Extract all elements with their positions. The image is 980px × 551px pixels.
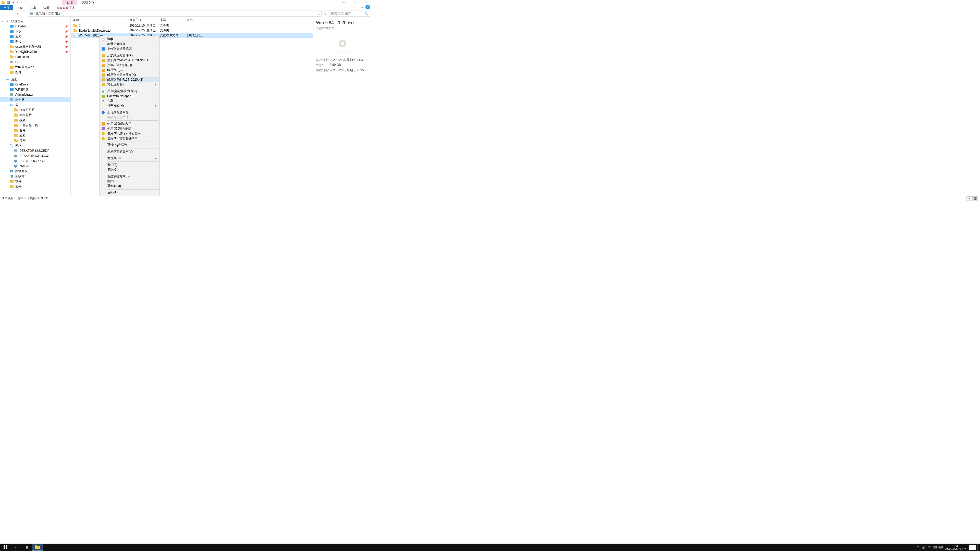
menu-item[interactable]: 复制(C) [100, 167, 159, 172]
menu-item[interactable]: 发送到(N)▶ [100, 156, 159, 161]
close-button[interactable]: ✕ [360, 0, 372, 5]
file-row[interactable]: 12020/12/15, 星期二 1...文件夹 [71, 23, 313, 28]
menu-item[interactable]: 创建快捷方式(S) [100, 174, 159, 179]
menu-item[interactable]: 解压到(F)... [100, 68, 159, 73]
refresh-icon[interactable]: ↻ [324, 12, 327, 16]
ribbon-view[interactable]: 查看 [40, 5, 53, 10]
file-row[interactable]: BaiduNetdiskDownload2020/12/25, 星期五 1...… [71, 28, 313, 33]
nav-icon [10, 169, 14, 173]
nav-item[interactable]: YUNQISHI2019📌 [0, 49, 70, 54]
qat-redo-icon[interactable]: ↻ [16, 0, 21, 5]
nav-item[interactable]: 视频 [0, 118, 70, 123]
nav-item[interactable]: Bandicam [0, 54, 70, 59]
menu-item[interactable]: 添加到 "Win7x64_2020.zip" (T) [100, 58, 159, 63]
nav-item[interactable]: 文档📌 [0, 34, 70, 39]
nav-item[interactable]: Administrator [0, 92, 70, 97]
nav-item[interactable]: excel表格制作求和📌 [0, 44, 70, 49]
menu-item[interactable]: 使用 360强力删除 [100, 126, 159, 131]
col-modified[interactable]: 修改日期 [129, 18, 160, 22]
ribbon-home[interactable]: 主页 [13, 5, 27, 10]
nav-up[interactable]: ↑ [21, 11, 27, 16]
nav-item[interactable]: G:\ [0, 59, 70, 65]
nav-item[interactable]: 图片 [0, 70, 70, 75]
chevron-right-icon[interactable]: › [61, 12, 62, 15]
ribbon-file[interactable]: 文件 [0, 5, 13, 10]
nav-item[interactable]: win7重装win7 [0, 65, 70, 70]
nav-item[interactable]: ZMT2019 [0, 164, 70, 168]
qat-dropdown-icon[interactable]: ▾ [21, 1, 23, 4]
nav-item[interactable]: 回收站 [0, 174, 70, 179]
nav-item[interactable]: 控制面板 [0, 168, 70, 174]
menu-item[interactable]: 还原以前的版本(V) [100, 149, 159, 154]
nav-back[interactable]: ← [2, 11, 6, 16]
menu-item[interactable]: Edit with Notepad++ [100, 94, 159, 98]
menu-item[interactable]: 装载 [100, 37, 159, 41]
nav-item[interactable]: 音乐 [0, 138, 70, 143]
menu-item[interactable]: 使用 360管理右键菜单 [100, 136, 159, 141]
nav-desktop[interactable]: ⌄ ▬ 桌面 [0, 77, 70, 82]
nav-item[interactable]: ›库 [0, 102, 70, 107]
nav-item[interactable]: 下载📌 [0, 29, 70, 34]
nav-item[interactable]: OneDrive [0, 82, 70, 87]
nav-item[interactable]: 文件 [0, 184, 70, 189]
menu-item[interactable]: 重命名(M) [100, 184, 159, 189]
menu-item[interactable]: 打开方式(H)▶ [100, 103, 159, 108]
nav-item[interactable]: 图片📌 [0, 39, 70, 44]
svg-rect-35 [14, 124, 18, 127]
nav-item[interactable]: 本机照片 [0, 113, 70, 118]
nav-item[interactable]: 软件 [0, 179, 70, 184]
nav-item[interactable]: ›此电脑 [0, 97, 70, 102]
menu-label: 刻录光盘映像 [107, 42, 157, 46]
menu-item[interactable]: ◆用 蜂蜜浏览器 浏览(3) [100, 89, 159, 94]
nav-item[interactable]: DESKTOP-LSSOEDP [0, 148, 70, 153]
search-input[interactable]: 搜索"文档 (E:)" 🔍 [329, 11, 370, 17]
breadcrumb-drive[interactable]: 文档 (E:) [48, 11, 60, 16]
menu-item[interactable]: 通过QQ发送到 [100, 143, 159, 148]
contextual-tab-manage[interactable]: 管理 [62, 0, 77, 5]
nav-item[interactable]: 保存的图片 [0, 107, 70, 113]
col-size[interactable]: 大小 [186, 18, 207, 22]
nav-item[interactable]: Desktop📌 [0, 24, 70, 29]
minimize-button[interactable]: — [338, 0, 349, 5]
menu-item[interactable]: 用360压缩打开(Q) [100, 63, 159, 68]
menu-item[interactable]: 其他压缩命令▶ [100, 82, 159, 87]
address-bar[interactable]: › 此电脑 › 文档 (E:) › ⌄ [28, 11, 321, 17]
menu-item[interactable]: 解压到 Win7x64_2020\ (E) [100, 77, 159, 82]
menu-item[interactable]: 上传到百度网盘 [100, 110, 159, 115]
chevron-right-icon[interactable]: › [46, 12, 47, 15]
ribbon-disc-tools[interactable]: 光盘映像工具 [53, 5, 79, 10]
qat-undo-icon[interactable]: ✖ [11, 0, 15, 5]
details-pane: Win7x64_2020.iso 光盘映像文件 修改日期: 2020/12/25… [313, 17, 372, 197]
help-icon[interactable]: ? [366, 5, 370, 10]
details-mod-label: 修改日期: [316, 58, 330, 62]
ribbon-share[interactable]: 共享 [27, 5, 40, 10]
nav-item[interactable]: DESKTOP-NJEU3CG [0, 153, 70, 159]
nav-item[interactable]: 图片 [0, 128, 70, 133]
qat-save-icon[interactable] [6, 0, 10, 5]
nav-item[interactable]: ›网络 [0, 143, 70, 148]
nav-item[interactable]: 文档 [0, 133, 70, 138]
breadcrumb-pc[interactable]: 此电脑 [36, 11, 45, 16]
col-name[interactable]: 名称 [73, 18, 129, 22]
nav-item[interactable]: WPS网盘 [0, 87, 70, 92]
menu-item[interactable]: 添加到压缩文件(A)... [100, 53, 159, 58]
nav-recent-dropdown[interactable]: ▾ [15, 11, 20, 16]
address-dropdown-icon[interactable]: ⌄ [318, 12, 320, 16]
menu-item[interactable]: 剪切(T) [100, 162, 159, 167]
menu-item[interactable]: 删除(D) [100, 179, 159, 184]
chevron-right-icon[interactable]: › [34, 12, 35, 15]
nav-quick-access[interactable]: ⌄ ★ 快速访问 [0, 19, 70, 24]
nav-item[interactable]: PC-20190530OBLA [0, 159, 70, 164]
menu-item[interactable]: 属性(R) [100, 190, 159, 195]
menu-item[interactable]: 使用 360进行木马云查杀 [100, 131, 159, 136]
menu-item[interactable]: 使用 360解除占用 [100, 121, 159, 126]
nav-forward[interactable]: → [8, 11, 13, 16]
ribbon-expand-icon[interactable]: ⌄ [359, 5, 366, 10]
maximize-button[interactable]: ▭ [349, 0, 360, 5]
menu-item[interactable]: 解压到当前文件夹(X) [100, 73, 159, 77]
col-type[interactable]: 类型 [160, 18, 186, 22]
menu-item[interactable]: ↗共享 [100, 98, 159, 103]
nav-item[interactable]: 天翼云盘下载 [0, 123, 70, 128]
menu-item[interactable]: 上传到有道云笔记 [100, 46, 159, 51]
menu-item[interactable]: 刻录光盘映像 [100, 41, 159, 46]
